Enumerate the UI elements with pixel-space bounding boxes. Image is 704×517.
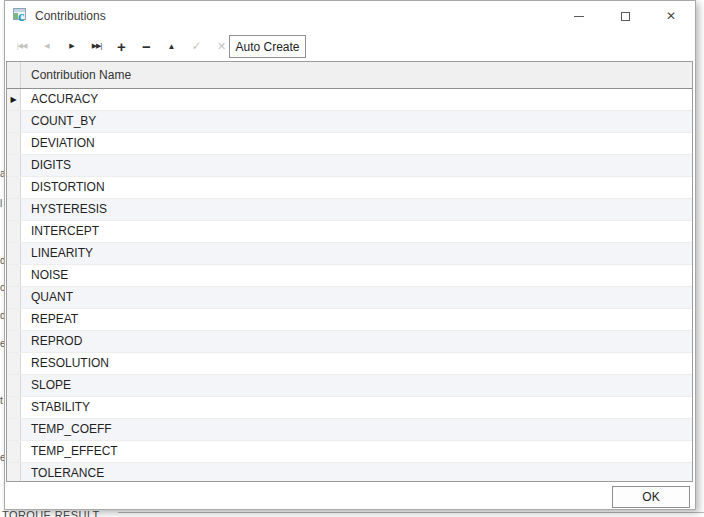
current-row-indicator: ▶ xyxy=(10,96,16,104)
table-row[interactable]: ▶ ACCURACY xyxy=(7,89,692,111)
row-indicator-cell xyxy=(7,243,21,264)
contribution-name-cell: SLOPE xyxy=(21,375,692,396)
table-row[interactable]: SLOPE xyxy=(7,375,692,397)
app-icon: c xyxy=(13,8,29,24)
contribution-name-cell: COUNT_BY xyxy=(21,111,692,132)
contribution-name-cell: RESOLUTION xyxy=(21,353,692,374)
contribution-name-cell: LINEARITY xyxy=(21,243,692,264)
contribution-name-cell: ACCURACY xyxy=(21,89,692,110)
table-row[interactable]: QUANT xyxy=(7,287,692,309)
table-row[interactable]: DIGITS xyxy=(7,155,692,177)
table-row[interactable]: HYSTERESIS xyxy=(7,199,692,221)
contribution-name-cell: HYSTERESIS xyxy=(21,199,692,220)
row-indicator-cell xyxy=(7,375,21,396)
auto-create-button[interactable]: Auto Create xyxy=(229,35,306,58)
close-button[interactable]: ✕ xyxy=(648,1,694,31)
contributions-grid: Contribution Name ▶ ACCURACY COUNT_BY DE… xyxy=(6,61,693,482)
screen: a l d c d e t e TORQUE RESULT c Contribu… xyxy=(0,0,704,517)
contribution-name-cell: INTERCEPT xyxy=(21,221,692,242)
contribution-name-cell: NOISE xyxy=(21,265,692,286)
maximize-icon xyxy=(621,12,630,21)
indicator-column-header xyxy=(7,62,21,88)
window-title: Contributions xyxy=(35,1,106,31)
row-indicator-cell xyxy=(7,265,21,286)
minimize-icon xyxy=(574,16,584,17)
row-indicator-cell xyxy=(7,331,21,352)
contribution-name-cell: DIGITS xyxy=(21,155,692,176)
close-icon: ✕ xyxy=(666,10,676,22)
grid-header-row: Contribution Name xyxy=(7,62,692,89)
column-header-contribution-name: Contribution Name xyxy=(21,62,692,88)
table-row[interactable]: STABILITY xyxy=(7,397,692,419)
row-indicator-cell xyxy=(7,177,21,198)
row-indicator-cell xyxy=(7,397,21,418)
row-indicator-cell xyxy=(7,221,21,242)
maximize-button[interactable] xyxy=(602,1,648,31)
nav-button-row: |◀◀ ◀ ▶ ▶▶| + − ▲ ✓ ✕ xyxy=(9,34,234,58)
contribution-name-cell: STABILITY xyxy=(21,397,692,418)
contribution-name-cell: TEMP_COEFF xyxy=(21,419,692,440)
row-indicator-cell xyxy=(7,419,21,440)
nav-insert-button[interactable]: + xyxy=(109,34,134,58)
row-indicator-cell xyxy=(7,199,21,220)
nav-prior-button[interactable]: ◀ xyxy=(34,34,59,58)
table-row[interactable]: TEMP_COEFF xyxy=(7,419,692,441)
minimize-button[interactable] xyxy=(556,1,602,31)
row-indicator-cell xyxy=(7,111,21,132)
row-indicator-cell xyxy=(7,309,21,330)
app-icon-letter: c xyxy=(18,10,24,24)
nav-edit-button[interactable]: ▲ xyxy=(159,34,184,58)
bg-groupbox-line xyxy=(118,512,704,513)
contribution-name-cell: REPROD xyxy=(21,331,692,352)
contribution-name-cell: DEVIATION xyxy=(21,133,692,154)
table-row[interactable]: TEMP_EFFECT xyxy=(7,441,692,463)
window-controls: ✕ xyxy=(556,1,694,31)
nav-first-button[interactable]: |◀◀ xyxy=(9,34,34,58)
table-row[interactable]: RESOLUTION xyxy=(7,353,692,375)
nav-next-button[interactable]: ▶ xyxy=(59,34,84,58)
db-navigator-toolbar: |◀◀ ◀ ▶ ▶▶| + − ▲ ✓ ✕ Auto Create xyxy=(5,31,695,61)
row-indicator-cell xyxy=(7,463,21,482)
contribution-name-cell: REPEAT xyxy=(21,309,692,330)
row-indicator-cell xyxy=(7,155,21,176)
contributions-dialog: c Contributions ✕ |◀◀ ◀ ▶ ▶▶| xyxy=(4,0,696,510)
table-row[interactable]: REPEAT xyxy=(7,309,692,331)
table-row[interactable]: COUNT_BY xyxy=(7,111,692,133)
table-row[interactable]: REPROD xyxy=(7,331,692,353)
nav-last-button[interactable]: ▶▶| xyxy=(84,34,109,58)
row-indicator-cell xyxy=(7,353,21,374)
contribution-name-cell: TEMP_EFFECT xyxy=(21,441,692,462)
table-row[interactable]: NOISE xyxy=(7,265,692,287)
nav-delete-button[interactable]: − xyxy=(134,34,159,58)
table-row[interactable]: LINEARITY xyxy=(7,243,692,265)
contribution-name-cell: QUANT xyxy=(21,287,692,308)
row-indicator-cell xyxy=(7,441,21,462)
contribution-name-cell: DISTORTION xyxy=(21,177,692,198)
table-row[interactable]: TOLERANCE xyxy=(7,463,692,482)
ok-button[interactable]: OK xyxy=(612,486,690,508)
nav-post-button[interactable]: ✓ xyxy=(184,34,209,58)
table-row[interactable]: DISTORTION xyxy=(7,177,692,199)
table-row[interactable]: DEVIATION xyxy=(7,133,692,155)
title-bar[interactable]: c Contributions ✕ xyxy=(5,1,695,31)
row-indicator-cell: ▶ xyxy=(7,89,21,110)
table-row[interactable]: INTERCEPT xyxy=(7,221,692,243)
bg-groupbox-label: TORQUE RESULT xyxy=(2,509,100,517)
contribution-name-cell: TOLERANCE xyxy=(21,463,692,482)
row-indicator-cell xyxy=(7,133,21,154)
row-indicator-cell xyxy=(7,287,21,308)
